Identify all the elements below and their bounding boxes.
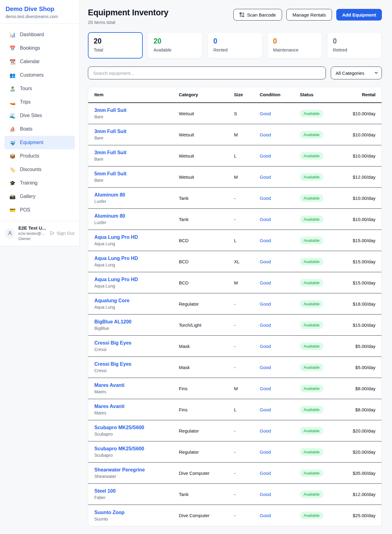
category-cell: Wetsuit bbox=[179, 132, 234, 137]
table-row[interactable]: Aqualung CoreAqua LungRegulator-GoodAvai… bbox=[88, 293, 382, 315]
table-row[interactable]: Scubapro MK25/S600ScubaproRegulator-Good… bbox=[88, 420, 382, 441]
item-link[interactable]: Aluminum 80 bbox=[94, 192, 125, 197]
sidebar-item-boats[interactable]: ⛵Boats bbox=[4, 122, 75, 136]
table-row[interactable]: BigBlue AL1200BigBlueTorch/Light-GoodAva… bbox=[88, 315, 382, 336]
search-input[interactable] bbox=[88, 67, 326, 79]
table-row[interactable]: Shearwater PeregrineShearwaterDive Compu… bbox=[88, 463, 382, 484]
condition-link[interactable]: Good bbox=[260, 196, 271, 201]
item-link[interactable]: 5mm Full Suit bbox=[94, 171, 126, 176]
table-row[interactable]: Scubapro MK25/S600ScubaproRegulator-Good… bbox=[88, 441, 382, 463]
table-row[interactable]: Suunto ZoopSuuntoDive Computer-GoodAvail… bbox=[88, 505, 382, 526]
table-row[interactable]: Aluminum 80LuxferTank-GoodAvailable$10.0… bbox=[88, 188, 382, 209]
item-cell: Mares AvantiMares bbox=[94, 383, 179, 394]
condition-link[interactable]: Good bbox=[260, 259, 271, 264]
sidebar-item-dive-sites[interactable]: 🌊Dive Sites bbox=[4, 109, 75, 122]
status-badge: Available bbox=[300, 131, 323, 139]
stat-card-rented[interactable]: 0Rented bbox=[207, 32, 262, 59]
table-row[interactable]: Steel 100FaberTank-GoodAvailable$12.00/d… bbox=[88, 484, 382, 505]
item-cell: Aqualung CoreAqua Lung bbox=[94, 298, 179, 310]
condition-link[interactable]: Good bbox=[260, 344, 271, 349]
stat-card-total[interactable]: 20Total bbox=[88, 32, 143, 59]
condition-cell: Good bbox=[260, 280, 300, 285]
condition-link[interactable]: Good bbox=[260, 386, 271, 391]
condition-link[interactable]: Good bbox=[260, 301, 271, 307]
table-row[interactable]: 3mm Full SuitBareWetsuitMGoodAvailable$1… bbox=[88, 124, 382, 145]
condition-cell: Good bbox=[260, 428, 300, 433]
sidebar-item-customers[interactable]: 👥Customers bbox=[4, 68, 75, 82]
table-row[interactable]: 5mm Full SuitBareWetsuitMGoodAvailable$1… bbox=[88, 166, 382, 188]
item-cell: Cressi Big EyesCressi bbox=[94, 361, 179, 373]
table-row[interactable]: 3mm Full SuitBareWetsuitSGoodAvailable$1… bbox=[88, 103, 382, 124]
add-equipment-button[interactable]: Add Equipment bbox=[336, 9, 382, 21]
tear-calendar-icon: 📆 bbox=[9, 59, 16, 65]
condition-link[interactable]: Good bbox=[260, 238, 271, 243]
scan-barcode-button[interactable]: Scan Barcode bbox=[233, 9, 282, 21]
table-row[interactable]: Aqua Lung Pro HDAqua LungBCDMGoodAvailab… bbox=[88, 272, 382, 293]
item-link[interactable]: 3mm Full Suit bbox=[94, 129, 126, 134]
item-link[interactable]: Cressi Big Eyes bbox=[94, 340, 131, 345]
sidebar-item-trips[interactable]: 🚤Trips bbox=[4, 95, 75, 109]
item-link[interactable]: Steel 100 bbox=[94, 488, 115, 494]
table-row[interactable]: Cressi Big EyesCressiMask-GoodAvailable$… bbox=[88, 357, 382, 378]
condition-link[interactable]: Good bbox=[260, 111, 271, 116]
sidebar-item-training[interactable]: 🎓Training bbox=[4, 176, 75, 190]
item-link[interactable]: Mares Avanti bbox=[94, 404, 124, 409]
condition-link[interactable]: Good bbox=[260, 132, 271, 137]
condition-cell: Good bbox=[260, 344, 300, 349]
manage-rentals-button[interactable]: Manage Rentals bbox=[286, 9, 332, 21]
category-select[interactable]: All Categories bbox=[331, 67, 382, 79]
sidebar-item-discounts[interactable]: 🏷️Discounts bbox=[4, 163, 75, 176]
table-row[interactable]: Aluminum 80LuxferTank-GoodAvailable$10.0… bbox=[88, 209, 382, 230]
table-row[interactable]: Aqua Lung Pro HDAqua LungBCDXLGoodAvaila… bbox=[88, 251, 382, 272]
item-link[interactable]: Aluminum 80 bbox=[94, 213, 125, 219]
condition-link[interactable]: Good bbox=[260, 471, 271, 476]
condition-link[interactable]: Good bbox=[260, 492, 271, 497]
table-row[interactable]: Mares AvantiMaresFinsMGoodAvailable$8.00… bbox=[88, 378, 382, 399]
condition-link[interactable]: Good bbox=[260, 428, 271, 433]
sidebar-item-products[interactable]: 📦Products bbox=[4, 149, 75, 163]
grad-cap-icon: 🎓 bbox=[9, 180, 16, 186]
sidebar-item-pos[interactable]: 💳POS bbox=[4, 203, 75, 217]
stat-card-retired[interactable]: 0Retired bbox=[327, 32, 382, 59]
table-row[interactable]: Aqua Lung Pro HDAqua LungBCDLGoodAvailab… bbox=[88, 230, 382, 251]
sidebar-item-label: Products bbox=[20, 153, 39, 159]
condition-link[interactable]: Good bbox=[260, 217, 271, 222]
item-link[interactable]: Aqua Lung Pro HD bbox=[94, 256, 138, 261]
condition-link[interactable]: Good bbox=[260, 153, 271, 158]
item-link[interactable]: Aqua Lung Pro HD bbox=[94, 277, 138, 282]
item-link[interactable]: Suunto Zoop bbox=[94, 510, 125, 515]
condition-link[interactable]: Good bbox=[260, 407, 271, 412]
item-link[interactable]: 3mm Full Suit bbox=[94, 150, 126, 155]
sidebar-item-tours[interactable]: 🏝️Tours bbox=[4, 82, 75, 95]
item-link[interactable]: 3mm Full Suit bbox=[94, 108, 126, 113]
stat-card-maintenance[interactable]: 0Maintenance bbox=[267, 32, 322, 59]
sidebar-item-equipment[interactable]: 🤿Equipment bbox=[4, 136, 75, 149]
condition-link[interactable]: Good bbox=[260, 280, 271, 285]
sidebar-item-bookings[interactable]: 📅Bookings bbox=[4, 41, 75, 55]
item-link[interactable]: Cressi Big Eyes bbox=[94, 361, 131, 367]
condition-link[interactable]: Good bbox=[260, 174, 271, 180]
item-link[interactable]: Scubapro MK25/S600 bbox=[94, 446, 144, 451]
item-link[interactable]: Aqua Lung Pro HD bbox=[94, 235, 138, 240]
condition-link[interactable]: Good bbox=[260, 322, 271, 328]
condition-cell: Good bbox=[260, 513, 300, 518]
table-row[interactable]: Mares AvantiMaresFinsLGoodAvailable$8.00… bbox=[88, 399, 382, 420]
brand-title[interactable]: Demo Dive Shop bbox=[6, 6, 74, 13]
condition-link[interactable]: Good bbox=[260, 513, 271, 518]
table-row[interactable]: 3mm Full SuitBareWetsuitLGoodAvailable$1… bbox=[88, 145, 382, 166]
dive-mask-icon: 🤿 bbox=[9, 140, 16, 146]
table-row[interactable]: Cressi Big EyesCressiMask-GoodAvailable$… bbox=[88, 336, 382, 357]
item-link[interactable]: BigBlue AL1200 bbox=[94, 319, 131, 324]
item-link[interactable]: Shearwater Peregrine bbox=[94, 467, 145, 472]
item-link[interactable]: Aqualung Core bbox=[94, 298, 130, 303]
sidebar-item-dashboard[interactable]: 📊Dashboard bbox=[4, 28, 75, 41]
condition-link[interactable]: Good bbox=[260, 365, 271, 370]
wave-icon: 🌊 bbox=[9, 113, 16, 119]
condition-link[interactable]: Good bbox=[260, 449, 271, 455]
stat-card-available[interactable]: 20Available bbox=[148, 32, 202, 59]
sidebar-item-gallery[interactable]: 📸Gallery bbox=[4, 190, 75, 203]
sidebar-item-calendar[interactable]: 📆Calendar bbox=[4, 55, 75, 68]
item-link[interactable]: Mares Avanti bbox=[94, 383, 124, 388]
item-link[interactable]: Scubapro MK25/S600 bbox=[94, 425, 144, 430]
sign-out-button[interactable]: Sign Out bbox=[49, 231, 74, 236]
